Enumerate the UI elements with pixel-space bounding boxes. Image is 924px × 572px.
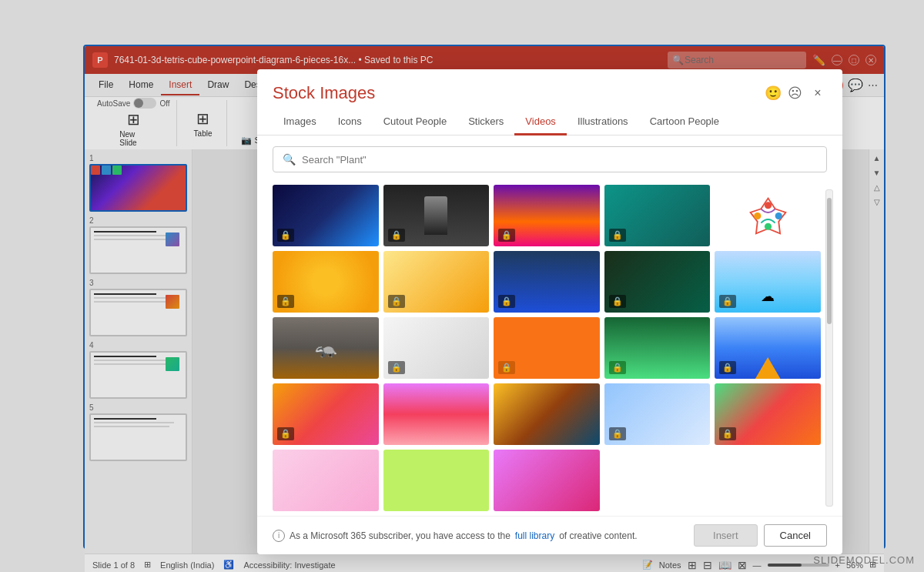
image-cell-2[interactable]: 🔒 — [383, 185, 490, 246]
footer-text2: of creative content. — [559, 530, 637, 541]
image-cell-16[interactable]: 🔒 — [273, 383, 379, 445]
lock-icon-14: 🔒 — [609, 361, 626, 374]
image-cell-3[interactable]: 🔒 — [494, 185, 600, 246]
image-cell-19[interactable]: 🔒 — [604, 383, 711, 445]
stock-images-dialog: Stock Images 🙂 ☹ × Images Icons Cutout P… — [257, 69, 842, 554]
scrollbar-thumb — [827, 198, 832, 324]
smile-icon[interactable]: 🙂 — [765, 85, 782, 102]
tab-illustrations[interactable]: Illustrations — [567, 109, 639, 135]
tab-images[interactable]: Images — [273, 109, 327, 135]
footer-buttons: Insert Cancel — [694, 524, 827, 547]
image-cell-15[interactable]: 🔒 — [715, 317, 821, 379]
image-cell-22[interactable] — [383, 450, 490, 511]
image-cell-17[interactable] — [383, 383, 490, 445]
image-cell-12[interactable]: 🔒 — [383, 317, 490, 379]
tab-icons[interactable]: Icons — [327, 109, 373, 135]
meerkat-bg: 🦡 — [273, 317, 379, 379]
screenshot-wrapper: P 7641-01-3d-tetris-cube-powerpoint-diag… — [0, 0, 924, 572]
info-icon: i — [273, 530, 285, 542]
lock-icon-19: 🔒 — [609, 427, 626, 440]
tab-stickers[interactable]: Stickers — [457, 109, 514, 135]
search-wrapper[interactable]: 🔍 — [273, 146, 827, 172]
svg-point-3 — [754, 212, 761, 219]
lock-icon-9: 🔒 — [609, 295, 626, 308]
lock-icon-3: 🔒 — [498, 229, 515, 242]
image-cell-18[interactable] — [494, 383, 600, 445]
svg-point-2 — [765, 222, 772, 229]
search-icon: 🔍 — [283, 153, 296, 166]
footer-info: i As a Microsoft 365 subscriber, you hav… — [273, 530, 638, 542]
image-cell-20[interactable]: 🔒 — [715, 383, 821, 445]
lock-icon-20: 🔒 — [719, 427, 736, 440]
modal-footer: i As a Microsoft 365 subscriber, you hav… — [257, 516, 842, 554]
modal-tabs: Images Icons Cutout People Stickers Vide… — [257, 109, 842, 135]
image-cell-9[interactable]: 🔒 — [604, 251, 711, 313]
lock-icon-12: 🔒 — [388, 361, 405, 374]
image-cell-10[interactable]: ☁ 🔒 — [715, 251, 821, 313]
tab-cutout-people[interactable]: Cutout People — [373, 109, 457, 135]
footer-link[interactable]: full library — [515, 530, 554, 541]
lock-icon-1: 🔒 — [277, 229, 294, 242]
lock-icon-8: 🔒 — [498, 295, 515, 308]
image-cell-23[interactable] — [494, 450, 600, 511]
lock-icon-13: 🔒 — [498, 361, 515, 374]
svg-point-0 — [765, 202, 772, 209]
lock-icon-2: 🔒 — [388, 229, 405, 242]
modal-title: Stock Images — [273, 83, 375, 103]
frown-icon[interactable]: ☹ — [788, 85, 802, 102]
tab-videos[interactable]: Videos — [514, 109, 567, 135]
image-grid-scrollbar[interactable] — [825, 189, 833, 507]
lock-icon-10: 🔒 — [719, 295, 736, 308]
image-cell-13[interactable]: 🔒 — [494, 317, 600, 379]
image-cell-1[interactable]: 🔒 — [273, 185, 379, 246]
multicolor-logo — [747, 195, 789, 237]
image-cell-4[interactable]: 🔒 — [604, 185, 711, 246]
image-cell-14[interactable]: 🔒 — [604, 317, 711, 379]
cancel-button[interactable]: Cancel — [764, 524, 827, 547]
lock-icon-7: 🔒 — [388, 295, 405, 308]
modal-overlay: Stock Images 🙂 ☹ × Images Icons Cutout P… — [0, 0, 924, 572]
lock-icon-4: 🔒 — [609, 229, 626, 242]
stock-search-input[interactable] — [302, 154, 817, 166]
image-cell-7[interactable]: 🔒 — [383, 251, 490, 313]
modal-close-button[interactable]: × — [808, 84, 827, 102]
modal-header: Stock Images 🙂 ☹ × — [257, 69, 842, 109]
footer-text: As a Microsoft 365 subscriber, you have … — [290, 530, 511, 541]
modal-search-bar: 🔍 — [257, 135, 842, 180]
image-cell-11[interactable]: 🦡 — [273, 317, 379, 379]
image-cell-6[interactable]: 🔒 — [273, 251, 379, 313]
image-cell-8[interactable]: 🔒 — [494, 251, 600, 313]
lock-icon-16: 🔒 — [277, 427, 294, 440]
lock-icon-6: 🔒 — [277, 295, 294, 308]
image-grid-area: 🔒 🔒 🔒 🔒 — [257, 180, 842, 516]
modal-header-icons: 🙂 ☹ × — [765, 84, 827, 102]
image-cell-5[interactable] — [715, 185, 821, 246]
svg-point-1 — [775, 212, 782, 219]
image-grid: 🔒 🔒 🔒 🔒 — [273, 185, 821, 511]
image-cell-21[interactable] — [273, 450, 379, 511]
lock-icon-15: 🔒 — [719, 361, 736, 374]
insert-button[interactable]: Insert — [694, 524, 758, 547]
tab-cartoon-people[interactable]: Cartoon People — [639, 109, 730, 135]
